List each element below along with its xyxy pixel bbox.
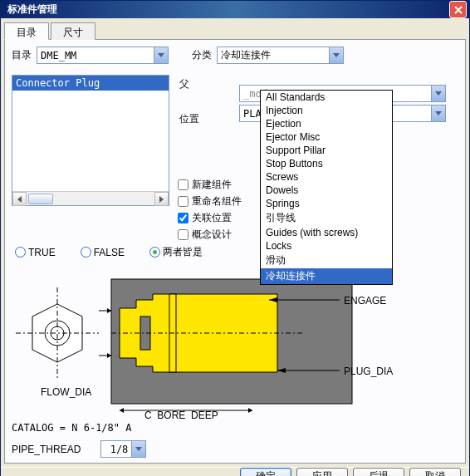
radio-icon — [149, 247, 160, 258]
tab-bar: 目录 尺寸 — [4, 22, 466, 40]
catalog-label: 目录 — [12, 48, 32, 62]
chevron-down-icon — [435, 91, 442, 96]
tab-panel: 目录 分类 Connector Plug — [4, 40, 466, 464]
apply-button[interactable]: 应用 — [296, 468, 348, 476]
dropdown-option[interactable]: Stop Buttons — [261, 157, 392, 170]
radio-true[interactable]: TRUE — [15, 247, 56, 258]
checkbox-group: 新建组件 重命名组件 关联位置 概念设计 — [178, 176, 242, 243]
new-component-check[interactable]: 新建组件 — [178, 176, 242, 193]
scroll-left-button[interactable] — [12, 192, 27, 206]
chevron-right-icon — [159, 196, 164, 203]
content-area: 目录 尺寸 目录 分类 Connector Plug — [1, 18, 469, 467]
chevron-down-icon — [158, 53, 164, 57]
window-title: 标准件管理 — [7, 2, 57, 17]
category-dropdown-button[interactable] — [329, 47, 343, 63]
chevron-left-icon — [17, 196, 22, 203]
dropdown-option[interactable]: Ejection — [261, 117, 392, 130]
pipe-thread-combo[interactable] — [100, 440, 146, 458]
flow-dia-label: FLOW_DIA — [41, 386, 91, 398]
dropdown-option[interactable]: Locks — [261, 239, 392, 253]
part-diagram: ENGAGE PLUG_DIA FLOW_DIA C_BORE_DEEP — [12, 271, 402, 420]
engage-label: ENGAGE — [344, 295, 386, 307]
parent-dropdown-button[interactable] — [431, 86, 445, 101]
category-combo[interactable] — [217, 47, 344, 64]
dropdown-option[interactable]: All Standards — [261, 91, 392, 104]
catalog-input[interactable] — [37, 47, 154, 63]
catalog-combo[interactable] — [37, 47, 169, 64]
svg-marker-12 — [107, 353, 111, 358]
chevron-down-icon — [435, 111, 442, 115]
back-button[interactable]: 后退 — [353, 468, 404, 476]
dialog-footer: 确定 应用 后退 取消 — [1, 467, 469, 476]
pipe-thread-input[interactable] — [101, 441, 131, 457]
catalog-dropdown-button[interactable] — [154, 47, 168, 63]
list-item[interactable]: Connector Plug — [12, 76, 169, 91]
ok-button[interactable]: 确定 — [240, 468, 291, 476]
diagram-svg: ENGAGE PLUG_DIA FLOW_DIA C_BORE_DEEP — [12, 271, 402, 420]
dropdown-option[interactable]: Guides (with screws) — [261, 226, 392, 239]
dropdown-option[interactable]: Dowels — [261, 184, 392, 197]
titlebar: 标准件管理 — [1, 1, 469, 18]
radio-icon — [81, 247, 91, 258]
top-row: 目录 分类 — [12, 47, 458, 64]
catalog-text: CATALOG = N 6-1/8" A — [12, 422, 132, 434]
link-position-check[interactable]: 关联位置 — [178, 209, 242, 226]
dropdown-option[interactable]: Springs — [261, 197, 392, 210]
plug-dia-label: PLUG_DIA — [344, 366, 393, 377]
concept-design-check[interactable]: 概念设计 — [178, 226, 242, 243]
svg-marker-10 — [107, 308, 111, 313]
chevron-down-icon — [135, 447, 142, 451]
svg-marker-18 — [120, 408, 124, 413]
dialog-window: 标准件管理 目录 尺寸 目录 分类 — [0, 0, 470, 476]
scroll-track[interactable] — [27, 192, 154, 205]
dropdown-option[interactable]: Injection — [261, 104, 392, 117]
rename-component-check[interactable]: 重命名组件 — [178, 193, 242, 209]
parts-listbox[interactable]: Connector Plug — [12, 75, 169, 206]
parent-label: 父 — [179, 75, 199, 93]
tab-dimensions[interactable]: 尺寸 — [51, 22, 95, 40]
cancel-button[interactable]: 取消 — [409, 468, 461, 476]
scroll-thumb[interactable] — [28, 194, 53, 204]
mid-labels: 父 位置 — [179, 75, 199, 128]
pipe-thread-label: PIPE_THREAD — [12, 444, 81, 455]
dropdown-option[interactable]: 滑动 — [261, 253, 392, 268]
position-dropdown-button[interactable] — [431, 106, 445, 121]
radio-false[interactable]: FALSE — [81, 247, 125, 258]
dropdown-option-selected[interactable]: 冷却连接件 — [261, 268, 392, 284]
radio-icon — [15, 247, 26, 258]
dropdown-option[interactable]: Ejector Misc — [261, 130, 392, 144]
close-icon — [454, 6, 463, 14]
svg-marker-19 — [248, 408, 252, 413]
scroll-right-button[interactable] — [154, 192, 169, 206]
dropdown-option[interactable]: Screws — [261, 170, 392, 184]
position-label: 位置 — [179, 110, 199, 128]
pipe-thread-row: PIPE_THREAD — [12, 440, 146, 458]
horizontal-scrollbar[interactable] — [12, 191, 169, 205]
c-bore-deep-label: C_BORE_DEEP — [144, 410, 218, 420]
category-label: 分类 — [192, 48, 212, 62]
radio-both[interactable]: 两者皆是 — [149, 245, 203, 259]
dropdown-option[interactable]: Support Pillar — [261, 144, 392, 157]
category-dropdown-list[interactable]: All Standards Injection Ejection Ejector… — [260, 90, 393, 285]
category-input[interactable] — [218, 47, 329, 63]
close-button[interactable] — [449, 1, 467, 18]
pipe-thread-dropdown-button[interactable] — [131, 441, 145, 457]
dropdown-option[interactable]: 引导线 — [261, 210, 392, 226]
chevron-down-icon — [333, 53, 340, 57]
tab-catalog[interactable]: 目录 — [4, 22, 49, 40]
